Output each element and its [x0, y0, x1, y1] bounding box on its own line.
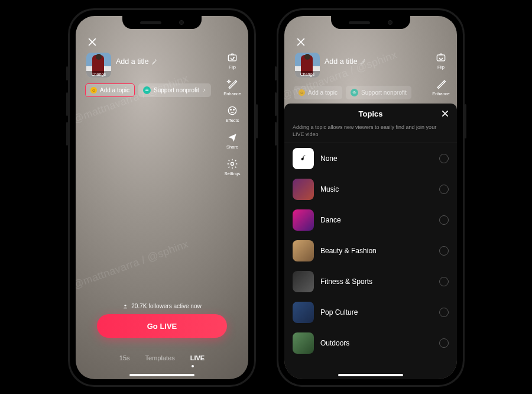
topic-thumb-beauty: [293, 240, 314, 261]
watermark: @mattnavarra / @sphinx: [72, 72, 190, 125]
go-live-button[interactable]: Go LIVE: [97, 314, 227, 338]
support-nonprofit-pill[interactable]: Support nonprofit: [346, 86, 411, 99]
enhance-icon: [226, 78, 238, 90]
flip-label: Flip: [437, 64, 445, 70]
flip-icon: [435, 51, 447, 63]
radio-unselected[interactable]: [439, 246, 449, 256]
add-topic-label: Add a topic: [100, 87, 129, 93]
topic-item-none[interactable]: None: [284, 143, 457, 174]
change-cover-label: Change: [86, 71, 111, 77]
chevron-right-icon: [202, 88, 206, 92]
watermark: @mattnavarra / @sphinx: [72, 238, 190, 291]
add-topic-label: Add a topic: [308, 89, 338, 96]
mode-15s[interactable]: 15s: [119, 354, 130, 361]
topic-item-music[interactable]: Music: [284, 174, 457, 205]
svg-point-1: [228, 106, 236, 114]
device-notch: [331, 16, 410, 29]
radio-unselected[interactable]: [439, 338, 449, 348]
topic-label: None: [320, 154, 433, 163]
share-button[interactable]: Share: [226, 131, 238, 150]
settings-label: Settings: [224, 171, 240, 176]
share-label: Share: [226, 144, 238, 150]
live-setup-screen: @mattnavarra / @sphinx @mattnavarra / @s…: [76, 16, 248, 379]
topic-thumb-music: [293, 179, 314, 200]
title-input[interactable]: Add a title: [116, 57, 158, 66]
edit-icon: [151, 59, 158, 65]
flip-camera-button[interactable]: Flip: [226, 51, 238, 70]
radio-unselected[interactable]: [439, 308, 449, 317]
close-button[interactable]: [86, 36, 98, 48]
title-placeholder: Add a title: [116, 57, 149, 66]
followers-active-text: 20.7K followers active now: [131, 303, 201, 309]
radio-unselected[interactable]: [439, 215, 449, 225]
radio-unselected[interactable]: [439, 277, 449, 286]
topic-label: Beauty & Fashion: [320, 247, 433, 255]
support-nonprofit-label: Support nonprofit: [361, 89, 407, 96]
topic-emoji-icon: ☺: [299, 89, 305, 96]
mode-live[interactable]: LIVE: [190, 354, 205, 361]
add-topic-pill[interactable]: ☺ Add a topic: [294, 86, 342, 99]
cover-thumbnail[interactable]: Change: [86, 53, 111, 77]
effects-icon: [226, 105, 238, 117]
edit-icon: [360, 59, 366, 65]
enhance-button[interactable]: Enhance: [432, 78, 450, 96]
enhance-label: Enhance: [223, 91, 241, 96]
phone-right: @mattnavarra / @sphinx @mattnavarra / @s…: [277, 8, 465, 387]
topic-label: Music: [320, 185, 433, 193]
topics-subtitle: Adding a topic allows new viewers to eas…: [284, 124, 457, 143]
mode-templates[interactable]: Templates: [145, 354, 175, 361]
flip-camera-button[interactable]: Flip: [435, 51, 447, 70]
home-indicator: [129, 374, 194, 376]
home-indicator: [338, 374, 403, 376]
flip-label: Flip: [229, 64, 236, 70]
radio-unselected[interactable]: [439, 185, 449, 194]
svg-rect-0: [228, 55, 236, 61]
followers-active: 20.7K followers active now: [76, 303, 248, 309]
svg-point-4: [231, 163, 233, 166]
topic-item-outdoors[interactable]: Outdoors: [284, 328, 457, 359]
svg-point-5: [125, 304, 126, 306]
support-nonprofit-pill[interactable]: Support nonprofit: [138, 83, 211, 97]
topic-label: Outdoors: [320, 339, 433, 347]
effects-button[interactable]: Effects: [226, 105, 239, 123]
share-icon: [226, 131, 238, 143]
gear-icon: [226, 158, 238, 170]
radio-unselected[interactable]: [439, 154, 449, 163]
go-live-label: Go LIVE: [147, 322, 177, 331]
nonprofit-icon: [351, 89, 358, 96]
add-topic-pill[interactable]: ☺ Add a topic: [85, 83, 135, 97]
close-button[interactable]: [295, 36, 307, 48]
topics-list[interactable]: None Music Dance: [284, 143, 457, 379]
device-notch: [122, 16, 202, 29]
effects-label: Effects: [226, 118, 239, 123]
topic-label: Fitness & Sports: [320, 277, 433, 286]
enhance-icon: [435, 78, 447, 90]
topic-thumb-outdoors: [293, 332, 314, 354]
change-cover-label: Change: [295, 71, 320, 77]
live-setup-screen-with-panel: @mattnavarra / @sphinx @mattnavarra / @s…: [284, 16, 457, 379]
svg-point-2: [231, 109, 232, 111]
title-placeholder: Add a title: [325, 57, 358, 66]
cover-thumbnail[interactable]: Change: [295, 53, 320, 77]
topics-close-button[interactable]: [440, 109, 450, 118]
topic-thumb-dance: [293, 209, 314, 231]
topic-item-beauty[interactable]: Beauty & Fashion: [284, 235, 457, 266]
topic-label: Pop Culture: [320, 308, 433, 317]
svg-rect-6: [437, 55, 445, 61]
topic-item-pop-culture[interactable]: Pop Culture: [284, 297, 457, 328]
topic-item-dance[interactable]: Dance: [284, 205, 457, 235]
topics-panel: Topics Adding a topic allows new viewers…: [284, 104, 457, 379]
enhance-button[interactable]: Enhance: [223, 78, 241, 96]
person-icon: [122, 303, 128, 309]
phone-left: @mattnavarra / @sphinx @mattnavarra / @s…: [68, 8, 256, 387]
enhance-label: Enhance: [432, 91, 450, 96]
title-input[interactable]: Add a title: [325, 57, 366, 66]
topics-heading: Topics: [359, 109, 383, 118]
flip-icon: [226, 51, 238, 63]
topic-thumb-pop: [293, 302, 314, 323]
topic-item-fitness[interactable]: Fitness & Sports: [284, 266, 457, 297]
topic-emoji-icon: ☺: [90, 87, 97, 93]
mode-switcher[interactable]: 15s Templates LIVE: [76, 354, 248, 361]
settings-button[interactable]: Settings: [224, 158, 240, 176]
topic-thumb-fitness: [293, 271, 314, 292]
